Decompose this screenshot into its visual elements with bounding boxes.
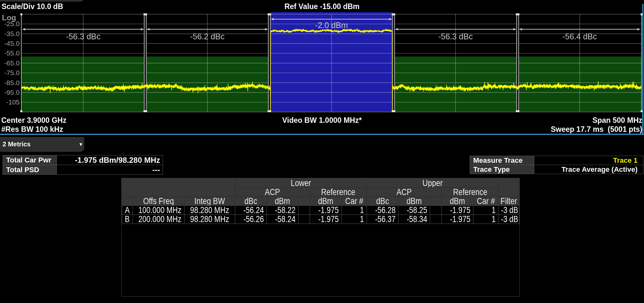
svg-text:-45.0: -45.0 xyxy=(4,40,20,47)
svg-text:-55.0: -55.0 xyxy=(4,49,20,57)
svg-text:-105: -105 xyxy=(6,98,20,106)
svg-text:-95.0: -95.0 xyxy=(4,89,20,96)
svg-text:-56.3 dBc: -56.3 dBc xyxy=(66,32,100,41)
svg-text:Ref Value -15.00 dBm: Ref Value -15.00 dBm xyxy=(284,2,360,11)
svg-text:Sweep 17.7 ms (5001 pts): Sweep 17.7 ms (5001 pts) xyxy=(551,125,642,133)
svg-text:Center 3.9000 GHz: Center 3.9000 GHz xyxy=(1,116,66,124)
svg-text:-75.0: -75.0 xyxy=(4,69,20,76)
svg-text:-85.0: -85.0 xyxy=(4,79,20,86)
svg-text:#Res BW 100 kHz: #Res BW 100 kHz xyxy=(1,125,63,133)
svg-text:Scale/Div 10.0 dB: Scale/Div 10.0 dB xyxy=(2,2,63,11)
svg-text:-65.0: -65.0 xyxy=(4,59,20,67)
svg-text:Video BW 1.0000 MHz*: Video BW 1.0000 MHz* xyxy=(282,116,362,124)
svg-text:-56.2 dBc: -56.2 dBc xyxy=(190,32,225,41)
svg-text:Log: Log xyxy=(2,13,16,22)
svg-text:-35.0: -35.0 xyxy=(4,30,20,37)
svg-text:-56.3 dBc: -56.3 dBc xyxy=(438,32,473,41)
svg-text:-56.4 dBc: -56.4 dBc xyxy=(562,32,597,41)
svg-text:Span 500 MHz: Span 500 MHz xyxy=(592,116,642,124)
svg-text:-2.0 dBm: -2.0 dBm xyxy=(315,21,348,30)
